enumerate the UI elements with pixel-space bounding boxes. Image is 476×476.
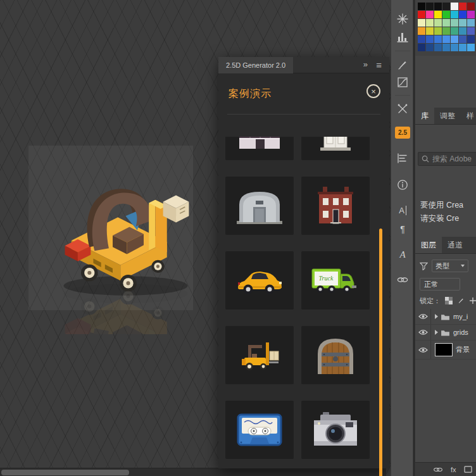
color-swatch[interactable] [426,3,434,10]
color-swatch[interactable] [426,27,434,35]
link-panel-button[interactable] [396,273,409,286]
color-swatch[interactable] [451,35,458,43]
color-swatch[interactable] [459,44,467,51]
color-swatch[interactable] [442,35,450,43]
expand-arrow-icon[interactable] [435,330,438,335]
color-swatch[interactable] [451,44,458,51]
color-swatch[interactable] [442,27,450,35]
color-swatch[interactable] [459,19,467,27]
color-swatch[interactable] [418,27,425,35]
plugin-tab[interactable]: 2.5D Generator 2.0 [218,57,293,73]
brush-panel-button[interactable] [396,58,409,71]
example-tile-forklift[interactable] [225,326,294,384]
glyphs-panel-button[interactable]: A [396,248,409,261]
color-swatch[interactable] [418,19,425,27]
color-swatch[interactable] [451,11,458,18]
tab-libraries[interactable]: 库 [415,108,434,124]
color-swatch[interactable] [442,19,450,27]
example-tile-wooden-gate[interactable] [301,326,370,384]
example-tile-green-truck[interactable]: Truck [301,251,370,310]
color-swatch[interactable] [434,44,442,51]
close-icon: × [371,87,376,96]
align-panel-button[interactable] [396,152,409,165]
tab-channels[interactable]: 通道 [442,237,468,253]
color-swatch[interactable] [467,3,475,10]
truck-label: Truck [319,275,334,282]
color-swatch[interactable] [459,35,467,43]
color-swatch[interactable] [418,3,425,10]
color-swatch[interactable] [426,44,434,51]
visibility-toggle[interactable] [415,325,431,340]
color-swatch[interactable] [442,11,450,18]
visibility-toggle[interactable] [415,341,431,359]
brush-icon [397,59,408,70]
color-swatch[interactable] [467,44,475,51]
color-swatch[interactable] [467,35,475,43]
color-swatch[interactable] [467,11,475,18]
color-swatch[interactable] [467,19,475,27]
crossed-tools-panel-button[interactable] [396,103,409,115]
layer-row-background[interactable]: 背景 [415,341,476,360]
lock-transparency-icon[interactable] [445,297,453,304]
curves-panel-button[interactable] [396,76,409,89]
color-swatch[interactable] [434,19,442,27]
color-swatch[interactable] [451,19,458,27]
25d-plugin-badge[interactable]: 2.5 [395,127,410,139]
close-button[interactable]: × [366,84,380,98]
color-swatch[interactable] [434,3,442,10]
example-tile-white-door[interactable] [301,137,370,160]
color-swatch[interactable] [418,11,425,18]
examples-scroll-area[interactable]: Truck [223,137,380,476]
histogram-panel-button[interactable] [396,30,409,43]
example-tile-camera[interactable] [301,401,370,459]
tab-adjustments[interactable]: 调整 [434,108,461,124]
color-swatch[interactable] [459,3,467,10]
blend-mode-dropdown[interactable]: 正常 [420,278,460,291]
tab-layers[interactable]: 图层 [415,237,442,253]
paragraph-panel-button[interactable]: ¶ [396,223,409,235]
color-swatch[interactable] [442,44,450,51]
kind-filter-dropdown[interactable]: 类型 [432,260,468,272]
color-swatch[interactable] [434,11,442,18]
layer-row-group-1[interactable]: my_i [415,309,476,325]
color-swatch[interactable] [442,3,450,10]
link-layers-icon[interactable] [433,467,443,473]
panel-menu-icon[interactable]: ≡ [376,60,382,70]
color-swatch[interactable] [434,35,442,43]
color-swatch[interactable] [418,35,425,43]
folder-icon [441,329,450,336]
color-swatch[interactable] [434,27,442,35]
color-swatch[interactable] [451,3,458,10]
color-swatch[interactable] [459,27,467,35]
lock-position-icon[interactable] [469,297,476,304]
color-swatch[interactable] [459,11,467,18]
example-tile-storefront[interactable] [225,137,294,160]
example-tile-brick-house[interactable] [301,177,370,235]
visibility-toggle[interactable] [415,309,431,324]
align-icon [397,153,408,164]
color-swatch[interactable] [426,11,434,18]
library-search-field[interactable]: 搜索 Adobe [418,152,476,166]
lock-pixels-icon[interactable] [457,297,465,304]
new-layer-icon[interactable] [464,466,472,473]
color-swatch[interactable] [451,27,458,35]
example-tile-cassette[interactable] [225,401,294,459]
horizontal-scrollbar-handle[interactable] [1,470,129,475]
color-swatch[interactable] [418,44,425,51]
brick-house-icon [309,185,362,226]
color-swatch[interactable] [467,27,475,35]
character-panel-button[interactable]: A [396,204,409,216]
example-tile-yellow-car[interactable] [225,251,294,310]
sparkle-panel-button[interactable] [396,13,409,25]
layer-effects-button[interactable]: fx [451,466,456,473]
example-tile-warehouse[interactable] [225,177,294,235]
color-swatch[interactable] [426,19,434,27]
color-swatch[interactable] [426,35,434,43]
plugin-scrollbar[interactable] [379,229,382,476]
plugin-panel-body: 案例演示 × [218,73,389,468]
collapse-panel-icon[interactable]: » [363,60,368,69]
info-panel-button[interactable] [396,178,409,191]
layer-row-group-2[interactable]: grids [415,325,476,341]
tab-styles[interactable]: 样 [461,108,476,124]
expand-arrow-icon[interactable] [435,314,438,319]
